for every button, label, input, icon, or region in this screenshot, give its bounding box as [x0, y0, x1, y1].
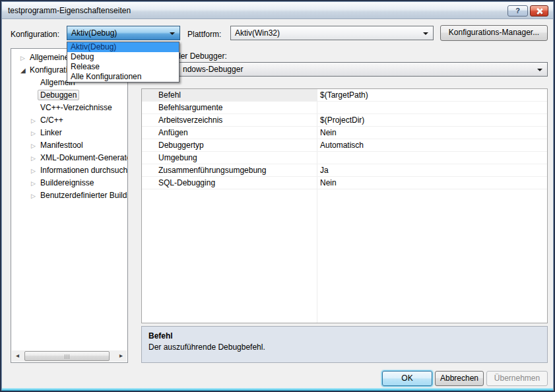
tree-item-informationen-durchsuchen[interactable]: ▷Informationen durchsuchen [11, 164, 127, 177]
tree-item-debuggen[interactable]: Debuggen [11, 89, 127, 102]
configuration-combobox[interactable]: Aktiv(Debug) [67, 26, 180, 40]
dropdown-item-aktiv-debug[interactable]: Aktiv(Debug) [67, 42, 179, 52]
help-button[interactable]: ? [507, 5, 528, 16]
grid-row-befehlsargumente[interactable]: Befehlsargumente [142, 102, 547, 114]
expander-collapsed-icon[interactable]: ▷ [31, 165, 40, 178]
tree-item-xml-dokument-generator[interactable]: ▷XML-Dokument-Generator [11, 152, 127, 164]
configuration-label: Konfiguration: [11, 30, 59, 39]
scrollbar-thumb[interactable] [24, 351, 110, 361]
window-title: testprogramm-Eigenschaftenseiten [8, 6, 131, 15]
grid-row-sql-debugging[interactable]: SQL-DebuggingNein [142, 177, 547, 189]
tree-item-c-cpp[interactable]: ▷C/C++ [11, 114, 127, 127]
grid-row-anfuegen[interactable]: AnfügenNein [142, 127, 547, 139]
cancel-button[interactable]: Abbrechen [435, 371, 484, 386]
grid-row-befehl[interactable]: Befehl$(TargetPath) [142, 89, 547, 102]
close-icon [537, 8, 542, 14]
properties-dialog: testprogramm-Eigenschaftenseiten ? Konfi… [0, 0, 555, 392]
platform-label: Plattform: [187, 30, 221, 39]
dropdown-item-release[interactable]: Release [67, 62, 179, 72]
selected-tree-item: Debuggen [38, 90, 79, 100]
scroll-right-icon[interactable]: ▸ [115, 350, 127, 362]
chevron-down-icon [423, 32, 428, 35]
expander-collapsed-icon[interactable]: ▷ [31, 190, 40, 203]
configuration-dropdown-list: Aktiv(Debug) Debug Release Alle Konfigur… [67, 42, 180, 82]
platform-value: Aktiv(Win32) [235, 28, 280, 38]
property-grid: Befehl$(TargetPath) Befehlsargumente Arb… [141, 88, 548, 323]
expander-collapsed-icon[interactable]: ▷ [31, 140, 40, 152]
expander-collapsed-icon[interactable]: ▷ [31, 152, 40, 165]
title-bar: testprogramm-Eigenschaftenseiten ? [2, 2, 553, 19]
debugger-combobox[interactable]: ndows-Debugger [141, 62, 548, 77]
grid-row-umgebung[interactable]: Umgebung [142, 152, 547, 164]
expander-collapsed-icon[interactable]: ▷ [31, 127, 40, 140]
chevron-down-icon [170, 32, 175, 35]
tree-item-benutzerdefinierter-buildschritt[interactable]: ▷Benutzerdefinierter Buildschritt [11, 189, 127, 202]
help-icon: ? [515, 7, 520, 15]
configuration-value: Aktiv(Debug) [71, 28, 117, 38]
tree-item-manifesttool[interactable]: ▷Manifesttool [11, 139, 127, 152]
expander-collapsed-icon[interactable]: ▷ [31, 178, 40, 190]
grid-row-debuggertyp[interactable]: DebuggertypAutomatisch [142, 139, 547, 152]
ok-button[interactable]: OK [382, 371, 432, 386]
tree-item-linker[interactable]: ▷Linker [11, 127, 127, 139]
scroll-left-icon[interactable]: ◂ [12, 350, 23, 362]
tree-item-vc-verzeichnisse[interactable]: VC++-Verzeichnisse [11, 102, 127, 114]
tree-item-buildereignisse[interactable]: ▷Buildereignisse [11, 177, 127, 189]
horizontal-scrollbar[interactable]: ◂ ▸ [12, 350, 127, 362]
apply-button[interactable]: Übernehmen [486, 371, 548, 386]
platform-combobox[interactable]: Aktiv(Win32) [230, 26, 434, 40]
grid-row-zusammenfuehrungsumgebung[interactable]: ZusammenführungsumgebungJa [142, 164, 547, 177]
expander-collapsed-icon[interactable]: ▷ [31, 115, 40, 127]
chevron-down-icon [537, 69, 542, 71]
dropdown-item-alle-konfigurationen[interactable]: Alle Konfigurationen [67, 72, 179, 82]
debugger-value: ndows-Debugger [183, 65, 243, 74]
dropdown-item-debug[interactable]: Debug [67, 52, 179, 62]
description-text: Der auszuführende Debugbefehl. [148, 343, 265, 352]
expander-collapsed-icon[interactable]: ▷ [20, 52, 30, 65]
description-title: Befehl [148, 331, 540, 341]
close-button[interactable] [530, 5, 548, 16]
expander-expanded-icon[interactable]: ◢ [20, 64, 30, 77]
grid-row-arbeitsverzeichnis[interactable]: Arbeitsverzeichnis$(ProjectDir) [142, 114, 547, 127]
category-tree: ▷Allgemeine Eigenschaften ◢Konfiguration… [11, 48, 128, 363]
description-panel: Befehl Der auszuführende Debugbefehl. [141, 326, 548, 363]
debugger-label: der Debugger: [176, 51, 227, 61]
configuration-manager-button[interactable]: Konfigurations-Manager... [440, 25, 548, 41]
